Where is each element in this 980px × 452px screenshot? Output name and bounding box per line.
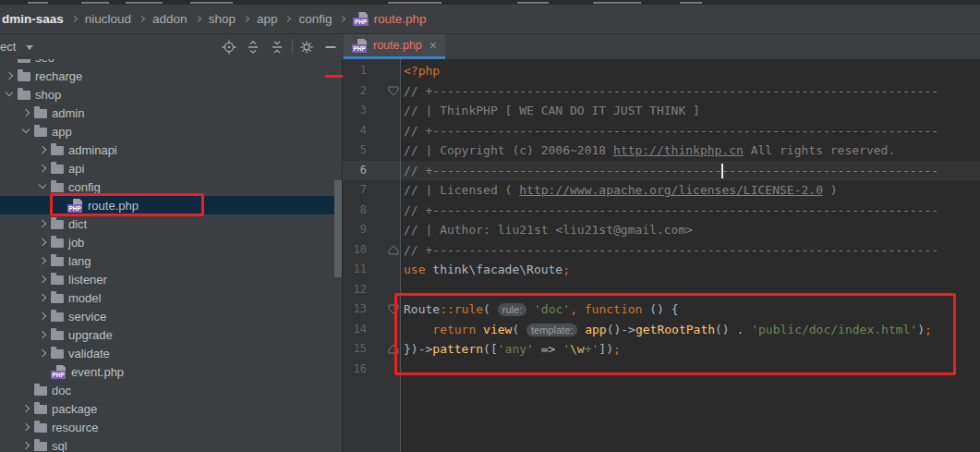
- tree-item-label: admin: [52, 106, 84, 120]
- line-number[interactable]: 16: [343, 360, 367, 380]
- expand-all-icon[interactable]: [246, 40, 260, 55]
- line-number[interactable]: 2: [343, 81, 367, 102]
- line-number[interactable]: 14: [343, 320, 367, 340]
- chevron-down-icon[interactable]: [19, 124, 34, 139]
- chevron-right-icon[interactable]: [19, 401, 34, 416]
- breadcrumb-item-file[interactable]: route.php: [373, 12, 426, 26]
- tree-item-service[interactable]: service: [0, 307, 334, 325]
- chevron-right-icon[interactable]: [36, 290, 51, 305]
- chevron-right-icon[interactable]: [36, 161, 51, 176]
- code-token: // | Copyright (c) 2006~2018: [404, 143, 613, 157]
- code-line-2[interactable]: // +------------------------------------…: [404, 81, 938, 102]
- code-line-3[interactable]: // | ThinkPHP [ WE CAN DO IT JUST THINK …: [404, 101, 700, 121]
- tree-item-event-php[interactable]: event.php: [0, 362, 334, 381]
- close-icon[interactable]: ×: [430, 39, 437, 52]
- fold-marker-open[interactable]: [388, 81, 399, 102]
- tree-item-adminapi[interactable]: adminapi: [0, 140, 334, 159]
- tree-item-dict[interactable]: dict: [0, 214, 334, 233]
- breadcrumb-item-addon[interactable]: addon: [152, 12, 188, 26]
- line-number[interactable]: 7: [343, 180, 367, 201]
- annotation-rect-code: [394, 293, 956, 375]
- code-line-4[interactable]: // +------------------------------------…: [404, 121, 938, 141]
- line-number[interactable]: 10: [343, 240, 367, 261]
- select-opened-file-icon[interactable]: [222, 40, 236, 55]
- tree-item-label: model: [68, 291, 101, 305]
- tree-item-label: resource: [52, 421, 99, 434]
- line-number[interactable]: 6: [343, 161, 367, 181]
- chevron-right-icon: [139, 16, 145, 22]
- tree-item-label: lang: [68, 254, 91, 268]
- line-number[interactable]: 1: [343, 61, 367, 81]
- tree-item-job[interactable]: job: [0, 233, 334, 251]
- code-editor[interactable]: 1<?php2// +-----------------------------…: [343, 59, 980, 452]
- tree-item-upgrade[interactable]: upgrade: [0, 325, 334, 344]
- tree-item-resource[interactable]: resource: [0, 418, 334, 436]
- folder-icon: [51, 146, 64, 155]
- folder-icon: [18, 72, 30, 81]
- code-line-1[interactable]: <?php: [404, 61, 440, 81]
- php-file-icon: [353, 12, 369, 26]
- chevron-right-icon[interactable]: [19, 420, 34, 434]
- code-token: // +------------------------------------…: [404, 84, 938, 98]
- chevron-right-icon[interactable]: [36, 142, 51, 157]
- tree-item-label: api: [68, 162, 84, 176]
- collapse-all-icon[interactable]: [270, 40, 284, 55]
- tree-item-sql[interactable]: sql: [0, 436, 334, 452]
- ide-window: dmin-saasniucloudaddonshopappconfigroute…: [0, 0, 980, 452]
- line-number[interactable]: 13: [343, 299, 367, 320]
- tree-item-doc[interactable]: doc: [0, 381, 334, 399]
- tree-item-validate[interactable]: validate: [0, 344, 334, 362]
- line-number[interactable]: 8: [343, 201, 367, 221]
- line-number[interactable]: 11: [343, 260, 367, 280]
- settings-gear-icon[interactable]: [299, 40, 314, 55]
- chevron-down-icon[interactable]: [3, 87, 18, 102]
- chevron-right-icon[interactable]: [36, 272, 51, 287]
- breadcrumb-item-dmin-saas[interactable]: dmin-saas: [2, 12, 64, 26]
- chevron-right-icon[interactable]: [36, 216, 51, 231]
- tree-item-model[interactable]: model: [0, 288, 334, 307]
- tab-route-php[interactable]: route.php ×: [344, 34, 445, 59]
- breadcrumb-item-niucloud[interactable]: niucloud: [85, 12, 131, 26]
- line-number[interactable]: 12: [343, 280, 367, 300]
- line-number[interactable]: 4: [343, 121, 367, 141]
- tree-item-listener[interactable]: listener: [0, 270, 334, 288]
- chevron-down-icon[interactable]: [36, 179, 51, 194]
- breadcrumb: dmin-saasniucloudaddonshopappconfigroute…: [0, 5, 980, 34]
- chevron-down-icon[interactable]: [26, 45, 33, 50]
- chevron-right-icon: [243, 16, 249, 22]
- code-line-7[interactable]: // | Licensed ( http://www.apache.org/li…: [404, 180, 838, 201]
- tree-item-recharge[interactable]: recharge: [0, 67, 334, 85]
- tree-item-api[interactable]: api: [0, 159, 334, 177]
- code-line-9[interactable]: // | Author: liu21st <liu21st@gmail.com>: [404, 220, 693, 240]
- chevron-right-icon[interactable]: [36, 309, 51, 324]
- tree-item-admin[interactable]: admin: [0, 104, 334, 122]
- line-number[interactable]: 5: [343, 140, 367, 161]
- line-number[interactable]: 3: [343, 101, 367, 121]
- code-line-5[interactable]: // | Copyright (c) 2006~2018 http://thin…: [404, 140, 895, 161]
- chevron-right-icon[interactable]: [3, 68, 18, 83]
- tree-scrollbar-thumb[interactable]: [334, 180, 342, 277]
- fold-marker-close[interactable]: [388, 240, 399, 261]
- chevron-right-icon[interactable]: [36, 346, 51, 360]
- line-number[interactable]: 15: [343, 339, 367, 360]
- breadcrumb-item-app[interactable]: app: [257, 12, 278, 26]
- chevron-right-icon[interactable]: [36, 327, 51, 342]
- code-line-6[interactable]: // +------------------------------------…: [404, 161, 938, 181]
- chevron-right-icon[interactable]: [19, 105, 34, 120]
- line-number[interactable]: 9: [343, 220, 367, 240]
- code-line-11[interactable]: use think\facade\Route;: [404, 260, 570, 280]
- tree-item-lang[interactable]: lang: [0, 251, 334, 270]
- chevron-right-icon[interactable]: [36, 253, 51, 268]
- tree-item-shop[interactable]: shop: [0, 85, 334, 104]
- tree-item-package[interactable]: package: [0, 399, 334, 418]
- folder-icon: [51, 294, 64, 303]
- chevron-right-icon[interactable]: [36, 235, 51, 250]
- code-line-8[interactable]: // +------------------------------------…: [404, 201, 938, 221]
- breadcrumb-item-shop[interactable]: shop: [209, 12, 236, 26]
- tree-item-app[interactable]: app: [0, 122, 334, 140]
- hide-panel-icon[interactable]: [323, 40, 338, 55]
- code-line-10[interactable]: // +------------------------------------…: [404, 240, 938, 261]
- project-toolwindow-title[interactable]: ect: [0, 40, 16, 54]
- chevron-right-icon[interactable]: [19, 438, 34, 452]
- breadcrumb-item-config[interactable]: config: [298, 12, 332, 26]
